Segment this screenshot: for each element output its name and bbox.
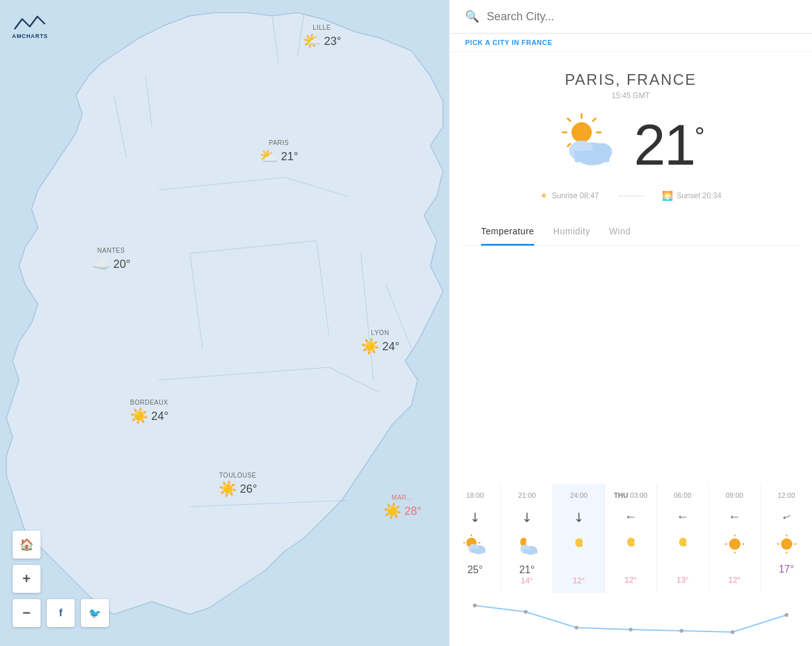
twitter-button[interactable]: 🐦 — [81, 599, 109, 627]
city-marker-lille[interactable]: LILLE 🌤️ 23° — [303, 24, 341, 50]
svg-point-24 — [572, 122, 592, 142]
svg-point-45 — [781, 538, 792, 550]
wind-arrow-1200: ← — [778, 507, 795, 525]
map-controls: 🏠 + − f 🐦 — [13, 531, 109, 627]
zoom-out-button[interactable]: − — [13, 599, 41, 627]
main-weather-icon — [558, 113, 621, 178]
tab-wind[interactable]: Wind — [609, 220, 631, 246]
city-title: PARIS, FRANCE — [565, 71, 696, 89]
map-panel: AMCHARTS — [0, 0, 449, 646]
low-temp-thu0300: 12° — [625, 575, 637, 585]
facebook-button[interactable]: f — [47, 599, 75, 627]
svg-point-54 — [680, 629, 684, 633]
toulouse-weather-icon: ☀️ — [218, 480, 237, 498]
svg-rect-28 — [575, 151, 609, 162]
svg-line-21 — [593, 118, 596, 121]
svg-point-56 — [785, 613, 789, 617]
forecast-col-1200: 12:00 ← 17° — [761, 484, 812, 593]
city-marker-nantes[interactable]: NANTES ☁️ 20° — [92, 247, 130, 273]
weather-icon-1200 — [777, 534, 797, 559]
tab-temperature[interactable]: Temperature — [481, 220, 534, 246]
wind-arrow-0600: ← — [677, 509, 689, 524]
high-temp-2100: 21° — [519, 564, 534, 576]
search-input[interactable] — [487, 10, 796, 23]
svg-point-55 — [730, 630, 734, 634]
lille-weather-icon: 🌤️ — [303, 32, 322, 50]
lyon-weather-icon: ☀️ — [361, 338, 380, 355]
wind-arrow-0900: ← — [728, 509, 741, 524]
low-temp-2100: 14° — [521, 576, 534, 585]
pick-city-label: PICK A CITY IN FRANCE — [449, 34, 812, 52]
weather-icon-2400 — [569, 535, 589, 559]
city-time: 15:45 GMT — [611, 91, 649, 100]
chart-tabs: Temperature Humidity Wind — [462, 220, 799, 246]
svg-text:AMCHARTS: AMCHARTS — [12, 33, 48, 39]
city-marker-toulouse[interactable]: TOULOUSE ☀️ 26° — [218, 472, 257, 498]
paris-weather-icon: ⛅ — [259, 148, 278, 165]
svg-line-20 — [568, 118, 570, 121]
city-marker-lyon[interactable]: LYON ☀️ 24° — [361, 329, 399, 355]
weather-icon-2100 — [515, 535, 539, 559]
sun-times: ☀ Sunrise 08:47 🌅 Sunset 20:34 — [540, 191, 721, 201]
forecast-col-0900: 09:00 ← 12° — [709, 484, 761, 593]
forecast-col-2400: 24:00 ↙ 12° — [553, 484, 605, 593]
high-temp-1200: 17° — [778, 564, 794, 575]
city-marker-bordeaux[interactable]: BORDEAUX ☀️ 24° — [130, 399, 168, 425]
wind-arrow-1800: ↙ — [466, 508, 484, 526]
city-marker-paris[interactable]: PARIS ⛅ 21° — [259, 139, 298, 165]
forecast-col-0600: 06:00 ← 13° — [657, 484, 709, 593]
low-temp-2400: 12° — [573, 576, 585, 585]
forecast-col-thu0300: THU 03:00 ← 12° — [605, 484, 657, 593]
home-button[interactable]: 🏠 — [13, 531, 41, 559]
high-temp-1800: 25° — [467, 564, 482, 576]
marseille-weather-icon: ☀️ — [383, 502, 402, 520]
search-bar: 🔍 — [449, 0, 812, 34]
right-panel: 🔍 PICK A CITY IN FRANCE PARIS, FRANCE 15… — [449, 0, 812, 646]
svg-point-40 — [729, 538, 740, 550]
svg-point-51 — [524, 610, 528, 614]
sunset: 🌅 Sunset 20:34 — [662, 191, 721, 201]
zoom-in-button[interactable]: + — [13, 565, 41, 593]
sunrise: ☀ Sunrise 08:47 — [540, 191, 599, 201]
svg-line-22 — [568, 144, 570, 146]
big-temperature: 21° — [634, 113, 703, 178]
nantes-weather-icon: ☁️ — [92, 255, 111, 273]
current-weather: 21° — [558, 113, 703, 178]
low-temp-0900: 12° — [728, 575, 741, 585]
tab-humidity[interactable]: Humidity — [553, 220, 590, 246]
svg-rect-36 — [472, 548, 485, 553]
forecast-col-1800: 18:00 ↙ — [449, 484, 501, 593]
forecast-section: 18:00 ↙ — [449, 484, 812, 646]
bordeaux-weather-icon: ☀️ — [130, 407, 149, 425]
weather-icon-1800 — [463, 535, 487, 559]
weather-icon-0900 — [725, 534, 745, 559]
logo: AMCHARTS — [9, 10, 60, 44]
forecast-col-2100: 21:00 ↙ 21° 14° — [501, 484, 553, 593]
low-temp-0600: 13° — [677, 575, 689, 585]
wind-arrow-thu0300: ← — [625, 509, 637, 524]
svg-point-53 — [628, 628, 632, 631]
forecast-table: 18:00 ↙ — [449, 484, 812, 593]
city-marker-marseille[interactable]: MAR... ☀️ 28° — [383, 494, 422, 520]
weather-display: PARIS, FRANCE 15:45 GMT — [449, 52, 812, 484]
weather-icon-thu0300 — [621, 534, 641, 559]
wind-arrow-2100: ↙ — [518, 508, 536, 526]
weather-icon-0600 — [673, 534, 693, 559]
search-icon: 🔍 — [465, 10, 479, 23]
svg-rect-39 — [523, 549, 537, 554]
svg-point-50 — [473, 604, 477, 607]
svg-point-52 — [575, 626, 578, 630]
wind-arrow-2400: ↙ — [570, 508, 588, 526]
